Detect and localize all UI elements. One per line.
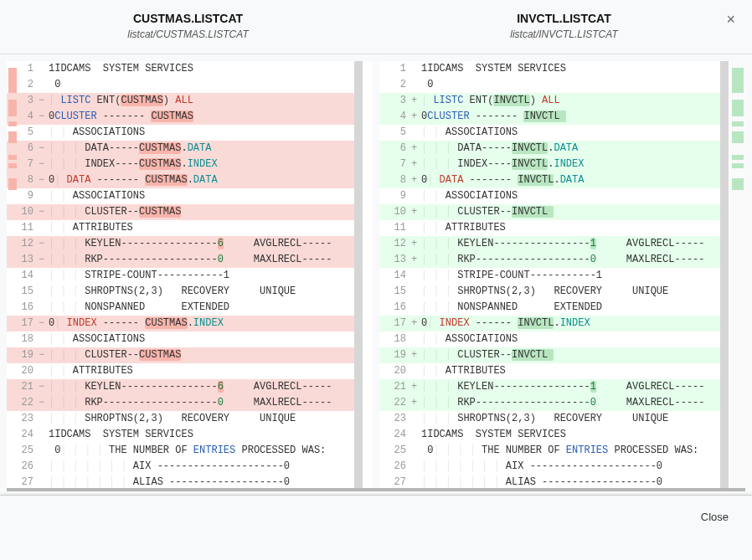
- code-line: 18│ │ ASSOCIATIONS: [7, 331, 354, 347]
- code-line: 7−│ │ │ INDEX----CUSTMAS.INDEX: [7, 157, 354, 172]
- code-line: 3+│ LISTC ENT(INVCTL) ALL: [379, 93, 720, 109]
- minimap[interactable]: [730, 61, 745, 488]
- line-number: 10: [379, 204, 411, 220]
- left-title: CUSTMAS.LISTCAT: [0, 12, 376, 25]
- code-text: 0CLUSTER ------- CUSTMAS: [49, 109, 354, 125]
- header-left: CUSTMAS.LISTCAT listcat/CUSTMAS.LISTCAT: [0, 12, 376, 40]
- code-line: 5│ │ ASSOCIATIONS: [7, 125, 354, 141]
- diff-marker: −: [39, 204, 49, 220]
- right-pane[interactable]: 11IDCAMS SYSTEM SERVICES2 03+│ LISTC ENT…: [379, 61, 745, 488]
- code-line: 15│ │ │ SHROPTNS(2,3) RECOVERY UNIQUE: [7, 284, 354, 300]
- code-text: │ │ │ SHROPTNS(2,3) RECOVERY UNIQUE: [421, 411, 720, 427]
- line-number: 13: [379, 252, 411, 268]
- diff-marker: +: [411, 109, 421, 125]
- diff-marker: +: [411, 141, 421, 157]
- code-text: │ │ │ RKP-------------------0 MAXLRECL--…: [49, 395, 354, 411]
- horizontal-scrollbar[interactable]: [7, 488, 745, 491]
- diff-marker: [411, 77, 421, 93]
- code-text: │ │ ASSOCIATIONS: [421, 188, 720, 204]
- line-number: 12: [7, 236, 39, 252]
- code-line: 21−│ │ │ KEYLEN----------------6 AVGLREC…: [7, 379, 354, 395]
- code-line: 10+│ │ │ CLUSTER--INVCTL: [379, 204, 720, 220]
- right-title: INVCTL.LISTCAT: [376, 12, 752, 25]
- code-line: 11│ │ ATTRIBUTES: [379, 220, 720, 236]
- diff-marker: +: [411, 157, 421, 172]
- diff-marker: [411, 331, 421, 347]
- code-line: 18│ │ ASSOCIATIONS: [379, 331, 720, 347]
- code-line: 4+0CLUSTER ------- INVCTL: [379, 109, 720, 125]
- diff-marker: [411, 411, 421, 427]
- code-line: 11IDCAMS SYSTEM SERVICES: [379, 61, 720, 77]
- diff-marker: −: [39, 236, 49, 252]
- line-number: 20: [379, 363, 411, 379]
- code-line: 10−│ │ │ CLUSTER--CUSTMAS: [7, 204, 354, 220]
- code-line: 20│ │ ATTRIBUTES: [7, 363, 354, 379]
- scrollbar-left[interactable]: [354, 61, 363, 488]
- code-text: │ │ │ DATA-----INVCTL.DATA: [421, 141, 720, 157]
- line-number: 17: [379, 316, 411, 331]
- code-line: 23│ │ │ SHROPTNS(2,3) RECOVERY UNIQUE: [7, 411, 354, 427]
- diff-marker: [39, 61, 49, 77]
- line-number: 21: [7, 379, 39, 395]
- code-line: 241IDCAMS SYSTEM SERVICES: [7, 427, 354, 443]
- scrollbar-right[interactable]: [720, 61, 729, 488]
- diff-marker: [39, 427, 49, 443]
- line-number: 24: [379, 427, 411, 443]
- code-line: 11IDCAMS SYSTEM SERVICES: [7, 61, 354, 77]
- line-number: 27: [7, 475, 39, 488]
- code-text: │ │ │ CLUSTER--CUSTMAS: [49, 204, 354, 220]
- line-number: 11: [379, 220, 411, 236]
- code-text: 0│ INDEX ------ CUSTMAS.INDEX: [49, 316, 354, 331]
- code-line: 20│ │ ATTRIBUTES: [379, 363, 720, 379]
- code-text: │ │ ATTRIBUTES: [49, 220, 354, 236]
- code-text: │ │ │ RKP-------------------0 MAXLRECL--…: [49, 252, 354, 268]
- code-text: │ │ │ KEYLEN----------------1 AVGLRECL--…: [421, 236, 720, 252]
- code-line: 19+│ │ │ CLUSTER--INVCTL: [379, 347, 720, 363]
- code-line: 23│ │ │ SHROPTNS(2,3) RECOVERY UNIQUE: [379, 411, 720, 427]
- code-text: │ │ ATTRIBUTES: [421, 363, 720, 379]
- line-number: 14: [7, 268, 39, 284]
- code-line: 13−│ │ │ RKP-------------------0 MAXLREC…: [7, 252, 354, 268]
- code-text: │ │ ASSOCIATIONS: [421, 125, 720, 141]
- line-number: 20: [7, 363, 39, 379]
- diff-marker: [39, 411, 49, 427]
- diff-marker: [39, 220, 49, 236]
- code-text: │ │ ASSOCIATIONS: [49, 331, 354, 347]
- diff-marker: [39, 300, 49, 316]
- close-icon[interactable]: ×: [726, 12, 735, 27]
- line-number: 27: [379, 475, 411, 488]
- line-number: 18: [379, 331, 411, 347]
- line-number: 23: [379, 411, 411, 427]
- line-number: 13: [7, 252, 39, 268]
- code-line: 8+0│ DATA ------- INVCTL.DATA: [379, 172, 720, 188]
- diff-marker: −: [39, 93, 49, 109]
- dialog-footer: Close: [0, 496, 752, 538]
- line-number: 19: [7, 347, 39, 363]
- diff-marker: [411, 475, 421, 488]
- line-number: 9: [379, 188, 411, 204]
- code-line: 27│ │ │ │ │ │ │ ALIAS ------------------…: [7, 475, 354, 488]
- line-number: 26: [7, 459, 39, 475]
- line-number: 14: [379, 268, 411, 284]
- diff-marker: +: [411, 93, 421, 109]
- code-line: 8−0│ DATA ------- CUSTMAS.DATA: [7, 172, 354, 188]
- diff-marker: [39, 475, 49, 488]
- code-text: │ │ ATTRIBUTES: [49, 363, 354, 379]
- diff-marker: −: [39, 109, 49, 125]
- line-number: 6: [379, 141, 411, 157]
- code-text: │ │ │ DATA-----CUSTMAS.DATA: [49, 141, 354, 157]
- left-pane[interactable]: 11IDCAMS SYSTEM SERVICES2 03−│ LISTC ENT…: [7, 61, 373, 488]
- line-number: 10: [7, 204, 39, 220]
- code-text: │ │ │ NONSPANNED EXTENDED: [421, 300, 720, 316]
- code-text: 1IDCAMS SYSTEM SERVICES: [49, 61, 354, 77]
- code-text: │ LISTC ENT(INVCTL) ALL: [421, 93, 720, 109]
- diff-marker: [411, 188, 421, 204]
- close-button[interactable]: Close: [701, 511, 729, 523]
- line-number: 3: [379, 93, 411, 109]
- line-number: 2: [379, 77, 411, 93]
- code-line: 4−0CLUSTER ------- CUSTMAS: [7, 109, 354, 125]
- diff-marker: +: [411, 347, 421, 363]
- code-text: │ │ │ CLUSTER--INVCTL: [421, 347, 720, 363]
- code-text: 1IDCAMS SYSTEM SERVICES: [49, 427, 354, 443]
- code-line: 17−0│ INDEX ------ CUSTMAS.INDEX: [7, 316, 354, 331]
